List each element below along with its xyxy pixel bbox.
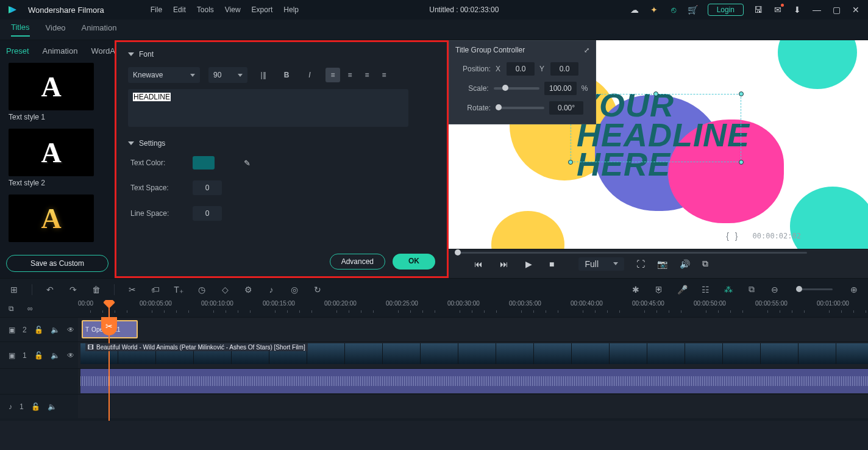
fullscreen-icon[interactable]: ⧉ (702, 259, 708, 269)
italic-button[interactable]: I (302, 68, 317, 82)
position-x-input[interactable]: 0.0 (507, 62, 535, 76)
track-lane-video[interactable]: 🎞 Beautiful World - Wild Animals (Petar … (78, 341, 868, 368)
next-frame-button[interactable]: ⏭ (500, 259, 508, 269)
align-left-button[interactable]: ≡ (326, 68, 340, 82)
save-as-custom-button[interactable]: Save as Custom (6, 255, 108, 272)
audio-icon[interactable]: ♪ (266, 284, 277, 295)
align-center-button[interactable]: ≡ (343, 68, 357, 82)
zoom-in-icon[interactable]: ⊕ (848, 284, 859, 295)
color-icon[interactable]: ◇ (219, 284, 230, 295)
text-icon[interactable]: T₊ (173, 284, 184, 295)
snapshot-icon[interactable]: 📷 (657, 259, 667, 269)
delete-icon[interactable]: 🗑 (91, 284, 102, 295)
marker-icon[interactable]: ✱ (630, 284, 641, 295)
zoom-slider[interactable] (796, 288, 833, 290)
ok-button[interactable]: OK (393, 254, 435, 270)
volume-icon[interactable]: 🔊 (680, 259, 690, 269)
preset-thumb-3[interactable]: A (9, 195, 94, 242)
window-maximize-icon[interactable]: ▢ (831, 5, 841, 15)
menu-file[interactable]: File (151, 5, 162, 14)
tab-video[interactable]: Video (46, 23, 66, 36)
lock-icon[interactable]: 🔓 (34, 351, 43, 360)
play-button[interactable]: ▶ (525, 259, 532, 269)
menu-tools[interactable]: Tools (197, 5, 214, 14)
position-y-input[interactable]: 0.0 (550, 62, 578, 76)
lock-icon[interactable]: 🔓 (34, 326, 43, 334)
selection-box[interactable] (571, 94, 741, 162)
menu-edit[interactable]: Edit (173, 5, 186, 14)
track-lane-audio-linked[interactable] (78, 368, 868, 394)
redo-icon[interactable]: ↷ (68, 284, 79, 295)
tab-titles[interactable]: Titles (11, 23, 30, 37)
title-text-input[interactable]: HEADLINE (128, 89, 408, 127)
message-icon[interactable]: ✉ (773, 5, 783, 15)
undo-icon[interactable]: ↶ (44, 284, 55, 295)
eyedropper-icon[interactable]: ✎ (244, 159, 251, 168)
window-minimize-icon[interactable]: — (812, 5, 822, 15)
speed-icon[interactable]: ◷ (196, 284, 207, 295)
visibility-icon[interactable]: 👁 (67, 326, 74, 334)
playhead-handle[interactable] (103, 300, 115, 309)
title-group-controller-panel[interactable]: Title Group Controller ⤢ Position: X 0.0… (449, 40, 596, 124)
login-button[interactable]: Login (708, 4, 744, 16)
scissors-icon[interactable]: ✂ (101, 317, 117, 335)
menu-help[interactable]: Help (283, 5, 299, 14)
shield-icon[interactable]: ⛨ (653, 284, 664, 295)
settings-section-header[interactable]: Settings (128, 139, 435, 148)
audio-clip[interactable] (80, 369, 868, 393)
text-color-picker[interactable] (193, 156, 226, 170)
line-space-input[interactable]: 0 (193, 206, 222, 221)
text-space-input[interactable]: 0 (193, 180, 222, 195)
keyframe-icon[interactable]: ◎ (289, 284, 300, 295)
time-ruler[interactable]: 00:0000:00:05:0000:00:10:0000:00:15:0000… (78, 300, 868, 317)
mark-in-icon[interactable]: { (726, 231, 729, 241)
link-icon[interactable]: ⧉ (746, 284, 757, 295)
align-justify-button[interactable]: ≡ (377, 68, 391, 82)
mic-icon[interactable]: 🎤 (677, 284, 688, 295)
playback-quality-dropdown[interactable]: Full (578, 257, 624, 271)
tab-animation[interactable]: Animation (82, 23, 117, 36)
scrub-bar[interactable] (449, 249, 868, 255)
preset-thumb-1[interactable]: A (9, 63, 94, 110)
timeline-copy-icon[interactable]: ⧉ (9, 304, 14, 313)
rotate-slider[interactable] (496, 107, 544, 109)
zoom-out-icon[interactable]: ⊖ (769, 284, 780, 295)
bold-button[interactable]: B (279, 68, 294, 82)
window-close-icon[interactable]: ✕ (851, 5, 861, 15)
crop-icon[interactable]: ⛶ (636, 259, 645, 269)
lock-icon[interactable]: 🔓 (31, 402, 40, 411)
mixer-icon[interactable]: ☷ (700, 284, 711, 295)
font-family-dropdown[interactable]: Knewave (128, 67, 200, 83)
adjust-icon[interactable]: ⚙ (243, 284, 254, 295)
pin-icon[interactable]: ⤢ (584, 46, 589, 54)
stop-button[interactable]: ■ (549, 259, 554, 269)
advanced-button[interactable]: Advanced (330, 254, 385, 270)
align-right-button[interactable]: ≡ (360, 68, 374, 82)
cart-icon[interactable]: 🛒 (688, 5, 698, 15)
visibility-icon[interactable]: 👁 (67, 351, 74, 360)
track-lane-title[interactable]: T Opener 11 (78, 317, 868, 341)
save-icon[interactable]: 🖫 (753, 5, 763, 15)
track-lane-audio[interactable] (78, 394, 868, 418)
prev-frame-button[interactable]: ⏮ (474, 259, 483, 269)
rotate-input[interactable]: 0.00° (549, 101, 583, 115)
magnet-icon[interactable]: ⁂ (723, 284, 734, 295)
menu-export[interactable]: Export (252, 5, 273, 14)
download-icon[interactable]: ⬇ (792, 5, 802, 15)
preset-thumb-2[interactable]: A (9, 129, 94, 176)
menu-view[interactable]: View (225, 5, 241, 14)
character-spacing-icon[interactable]: |‖ (256, 68, 271, 82)
font-section-header[interactable]: Font (128, 50, 435, 59)
cloud-icon[interactable]: ☁ (630, 5, 639, 15)
render-icon[interactable]: ↻ (312, 284, 323, 295)
sparkle-icon[interactable]: ✦ (649, 5, 659, 15)
subtab-preset[interactable]: Preset (6, 46, 29, 55)
add-track-icon[interactable]: ⊞ (9, 284, 20, 295)
mark-out-icon[interactable]: } (735, 231, 738, 241)
mute-icon[interactable]: 🔈 (51, 326, 60, 334)
subtab-animation[interactable]: Animation (43, 46, 78, 55)
timeline-link-icon[interactable]: ∞ (27, 304, 33, 313)
font-size-dropdown[interactable]: 90 (208, 67, 247, 83)
split-icon[interactable]: ✂ (127, 284, 138, 295)
headset-icon[interactable]: ⎋ (669, 5, 678, 15)
